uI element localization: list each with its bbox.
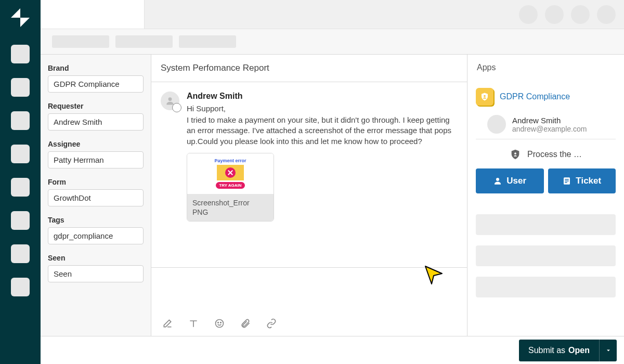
breadcrumb — [41, 29, 624, 54]
header-action[interactable] — [597, 5, 616, 24]
skeleton-placeholder — [476, 245, 616, 266]
seen-label: Seen — [48, 254, 144, 262]
apps-panel: Apps GDPR Compliance Andrew Smith andrew… — [467, 55, 624, 336]
ticket-fields-panel: Brand GDPR Compliance Requester Andrew S… — [41, 55, 151, 336]
rail-item[interactable] — [11, 178, 30, 197]
user-button[interactable]: User — [476, 168, 544, 193]
composer-toolbar — [151, 311, 467, 336]
svg-point-3 — [220, 322, 222, 323]
svg-rect-10 — [565, 182, 568, 183]
link-icon[interactable] — [266, 318, 277, 329]
header-action[interactable] — [519, 5, 538, 24]
crumb-placeholder — [115, 35, 173, 48]
rail-item[interactable] — [11, 244, 30, 263]
rail-item[interactable] — [11, 78, 30, 97]
message-sender: Andrew Smith — [187, 92, 458, 101]
attachment-filename: Screenshot_Error — [192, 198, 268, 207]
user-icon — [493, 176, 502, 186]
cursor-icon — [423, 264, 444, 285]
user-avatar — [487, 115, 506, 134]
avatar — [161, 92, 179, 110]
form-label: Form — [48, 178, 144, 186]
app-name-link[interactable]: GDPR Compliance — [500, 92, 570, 101]
crumb-placeholder — [52, 35, 109, 48]
brand-field[interactable]: GDPR Compliance — [48, 75, 144, 93]
form-field[interactable]: GrowthDot — [48, 189, 144, 206]
brand-logo[interactable] — [8, 5, 33, 30]
svg-rect-8 — [565, 179, 569, 180]
user-name: Andrew Smith — [512, 116, 587, 125]
tags-field[interactable]: gdpr_compliance — [48, 227, 144, 244]
chevron-down-icon — [605, 347, 612, 354]
rail-item[interactable] — [11, 211, 30, 230]
submit-prefix: Submit as — [528, 346, 565, 355]
submit-dropdown[interactable] — [599, 340, 617, 361]
shield-icon — [510, 148, 521, 161]
process-text: Process the … — [527, 150, 582, 159]
active-tab[interactable] — [41, 0, 145, 29]
text-format-icon[interactable] — [188, 318, 199, 329]
rail-item[interactable] — [11, 278, 30, 296]
svg-point-2 — [218, 322, 219, 323]
attachment-preview: Payment error TRY AGAIN — [187, 153, 274, 194]
ticket-icon — [562, 176, 571, 186]
attachment[interactable]: Payment error TRY AGAIN Screenshot_Error… — [187, 153, 274, 222]
error-icon — [225, 167, 236, 178]
app-badge-icon — [476, 88, 493, 106]
message-body: I tried to make a payment on your site, … — [187, 115, 458, 147]
apps-header: Apps — [476, 63, 616, 72]
message: Andrew Smith Hi Support, I tried to make… — [151, 82, 467, 231]
compose-icon[interactable] — [162, 318, 173, 329]
composer[interactable] — [151, 267, 467, 336]
header-action[interactable] — [571, 5, 590, 24]
emoji-icon[interactable] — [214, 318, 225, 329]
conversation-panel: System Perfomance Report Andrew Smith Hi… — [151, 55, 467, 336]
footer-bar: Submit as Open — [41, 336, 624, 364]
submit-button[interactable]: Submit as Open — [519, 340, 599, 361]
rail-item[interactable] — [11, 145, 30, 163]
attachment-type: PNG — [192, 207, 268, 217]
ticket-button[interactable]: Ticket — [548, 168, 616, 193]
submit-status: Open — [568, 346, 590, 355]
skeleton-placeholder — [476, 277, 616, 297]
svg-point-1 — [216, 320, 224, 328]
assignee-field[interactable]: Patty Herrman — [48, 151, 144, 168]
message-greeting: Hi Support, — [187, 104, 458, 113]
brand-label: Brand — [48, 64, 144, 72]
skeleton-placeholder — [476, 214, 616, 235]
seen-field[interactable]: Seen — [48, 265, 144, 282]
requester-field[interactable]: Andrew Smith — [48, 113, 144, 131]
rail-item[interactable] — [11, 45, 30, 63]
user-email: andrew@example.com — [512, 125, 587, 133]
requester-label: Requester — [48, 102, 144, 110]
user-button-label: User — [506, 176, 526, 186]
left-rail — [0, 0, 41, 364]
svg-point-0 — [168, 97, 172, 101]
crumb-placeholder — [179, 35, 236, 48]
svg-point-6 — [496, 178, 499, 181]
tab-bar — [41, 0, 624, 29]
ticket-button-label: Ticket — [576, 176, 601, 186]
attachment-icon[interactable] — [240, 318, 251, 329]
ticket-title: System Perfomance Report — [151, 55, 467, 82]
attachment-preview-title: Payment error — [214, 158, 246, 163]
divider — [476, 139, 616, 139]
header-action[interactable] — [545, 5, 564, 24]
svg-point-4 — [484, 95, 486, 97]
svg-rect-9 — [565, 180, 569, 181]
rail-item[interactable] — [11, 111, 30, 130]
tags-label: Tags — [48, 216, 144, 224]
svg-point-5 — [514, 152, 516, 154]
assignee-label: Assignee — [48, 140, 144, 148]
attachment-preview-button: TRY AGAIN — [216, 182, 244, 189]
